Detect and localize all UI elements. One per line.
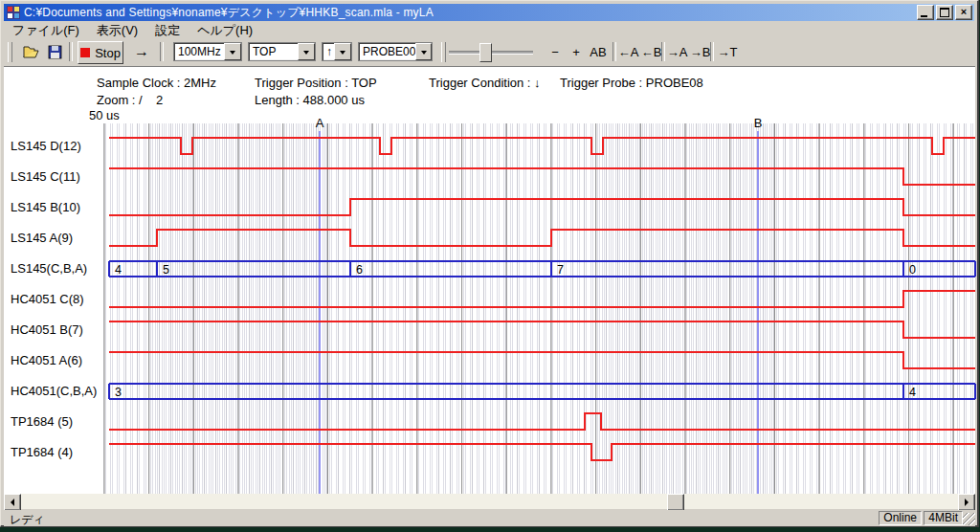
maximize-button[interactable] <box>936 5 953 20</box>
trigger-edge-value: ↑ <box>326 45 332 58</box>
save-file-button[interactable] <box>44 41 65 62</box>
run-arrow-icon: → <box>134 43 149 60</box>
sample-clock-info: Sample Clock : 2MHz <box>97 76 216 90</box>
minimize-button[interactable] <box>917 5 934 20</box>
trigger-probe-info: Trigger Probe : PROBE08 <box>560 76 703 90</box>
channel-label: HC4051 C(8) <box>11 292 84 306</box>
dropdown-button[interactable] <box>334 43 351 60</box>
trigger-position-select[interactable]: TOP <box>248 42 316 61</box>
status-bar: レディ Online 4MBit <box>4 510 975 526</box>
scrollbar-thumb[interactable] <box>667 494 684 511</box>
toolbar: Stop → 100MHz TOP ↑ PROBE00 <box>4 38 974 67</box>
chevron-down-icon <box>303 51 309 57</box>
sample-grid[interactable] <box>103 123 975 494</box>
trigger-condition-info: Trigger Condition : ↓ <box>429 76 541 90</box>
scroll-right-button[interactable] <box>958 494 975 511</box>
minimize-icon <box>921 15 927 17</box>
chevron-down-icon <box>230 51 235 57</box>
chevron-down-icon <box>421 51 427 57</box>
menu-item[interactable]: ファイル(F) <box>12 22 79 39</box>
window-title: C:¥Documents and Settings¥noname¥デスクトップ¥… <box>24 5 434 21</box>
zoom-info: Zoom : / 2 <box>97 93 163 107</box>
trigger-probe-select[interactable]: PROBE00 <box>358 42 433 61</box>
toolbar-separator <box>710 42 714 61</box>
channel-label: LS145 C(11) <box>11 169 80 184</box>
channel-label: LS145(C,B,A) <box>11 261 87 276</box>
arrow-left-icon <box>7 499 14 506</box>
length-info: Length : 488.000 us <box>255 93 365 107</box>
run-button[interactable]: → <box>129 41 154 62</box>
memory-size-badge: 4MBit <box>924 511 963 525</box>
stop-label: Stop <box>95 46 121 60</box>
toolbar-separator <box>661 42 665 61</box>
channel-label: LS145 A(9) <box>11 231 73 245</box>
save-floppy-icon <box>48 45 62 59</box>
sample-clock-value: 100MHz <box>178 45 221 58</box>
trigger-position-value: TOP <box>253 45 276 58</box>
menu-item[interactable]: 表示(V) <box>97 22 138 39</box>
right-to-marker-b-button[interactable]: →B <box>689 41 711 62</box>
toolbar-separator <box>160 42 164 61</box>
toolbar-separator <box>69 42 73 61</box>
channel-label: LS145 D(12) <box>11 139 81 153</box>
zoom-slider-thumb[interactable] <box>479 43 492 62</box>
maximize-icon <box>940 8 949 17</box>
trigger-edge-select[interactable]: ↑ <box>322 42 352 61</box>
toolbar-grip[interactable] <box>441 42 446 62</box>
left-to-marker-a-button[interactable]: ←A <box>617 41 639 62</box>
zoom-in-button[interactable]: + <box>567 41 586 62</box>
right-to-marker-a-button[interactable]: →A <box>666 41 688 62</box>
resize-grip[interactable] <box>963 513 975 525</box>
stop-button[interactable]: Stop <box>78 41 123 64</box>
desktop-background: C:¥Documents and Settings¥noname¥デスクトップ¥… <box>0 0 980 532</box>
toolbar-grip[interactable] <box>8 42 12 62</box>
zoom-out-button[interactable]: − <box>546 41 565 62</box>
dropdown-button[interactable] <box>415 43 432 60</box>
dropdown-button[interactable] <box>298 43 315 60</box>
channel-label: HC4051 A(6) <box>11 353 82 367</box>
menu-item[interactable]: 設定 <box>155 22 180 39</box>
channel-label: HC4051 B(7) <box>11 322 83 337</box>
chevron-down-icon <box>340 51 345 57</box>
arrow-right-icon <box>965 499 972 506</box>
open-file-button[interactable] <box>21 41 42 62</box>
channel-label: HC4051(C,B,A) <box>11 384 97 398</box>
menu-item[interactable]: ヘルプ(H) <box>197 22 253 39</box>
sample-clock-select[interactable]: 100MHz <box>173 42 242 61</box>
app-window: C:¥Documents and Settings¥noname¥デスクトップ¥… <box>0 0 979 527</box>
close-button[interactable]: × <box>955 5 972 20</box>
time-scale-label: 50 us <box>89 108 120 122</box>
scroll-left-button[interactable] <box>4 494 21 511</box>
horizontal-scrollbar[interactable] <box>4 494 975 509</box>
dropdown-button[interactable] <box>224 43 241 60</box>
stop-icon <box>80 48 90 57</box>
channel-label: TP1684 (5) <box>11 414 73 429</box>
status-ready-text: レディ <box>10 512 45 528</box>
ab-button[interactable]: AB <box>586 41 611 62</box>
channel-label: TP1684 (4) <box>11 445 73 459</box>
trigger-position-info: Trigger Position : TOP <box>255 76 377 90</box>
app-icon <box>7 6 20 19</box>
trigger-probe-value: PROBE00 <box>363 45 415 58</box>
left-to-marker-b-button[interactable]: ←B <box>640 41 662 62</box>
close-icon: × <box>956 6 971 19</box>
goto-trigger-button[interactable]: →T <box>716 41 739 62</box>
channel-label: LS145 B(10) <box>11 200 80 214</box>
toolbar-separator <box>612 42 616 61</box>
menu-bar: ファイル(F)表示(V)設定ヘルプ(H) <box>4 22 974 38</box>
online-status-badge: Online <box>879 511 922 525</box>
open-folder-icon <box>23 45 40 59</box>
title-bar[interactable]: C:¥Documents and Settings¥noname¥デスクトップ¥… <box>4 4 974 21</box>
